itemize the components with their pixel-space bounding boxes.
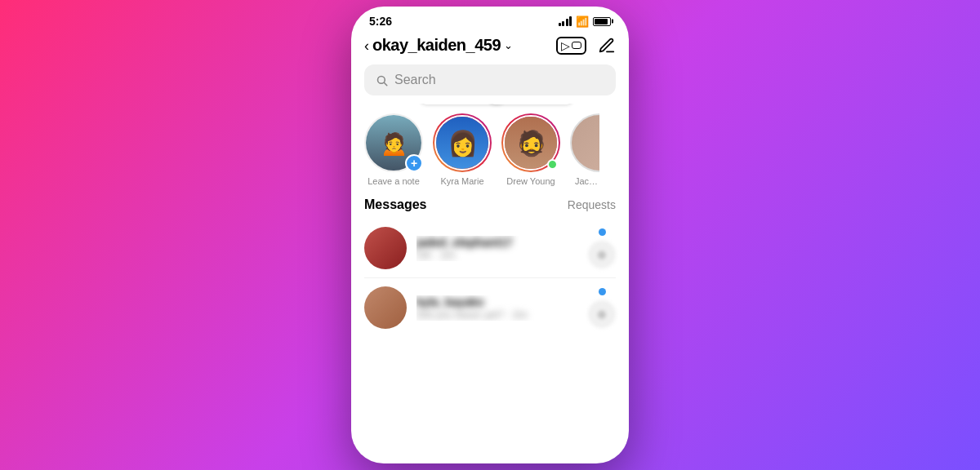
- story-item-jack[interactable]: Ga… w… Jac…: [570, 107, 603, 186]
- message-username: kyla_kayako: [416, 295, 578, 308]
- message-avatar: [364, 227, 407, 269]
- story-label-drew: Drew Young: [506, 176, 555, 186]
- requests-link[interactable]: Requests: [568, 198, 616, 211]
- svg-line-1: [384, 82, 386, 85]
- video-call-button[interactable]: ▷: [556, 37, 586, 55]
- header-right: ▷: [556, 37, 616, 55]
- message-item[interactable]: kyla_kayako Did you leave yet? · 2m ⊕: [351, 278, 629, 337]
- phone-frame: 5:26 📶 ‹ okay_kaiden_459 ⌄ ▷: [351, 7, 629, 463]
- username-container[interactable]: okay_kaiden_459 ⌄: [372, 36, 513, 55]
- story-label-kyra: Kyra Marie: [440, 176, 483, 186]
- message-list: jaded_elephant17 OK · 2m ⊕ kyla_kayako D…: [351, 219, 629, 337]
- messages-title: Messages: [364, 197, 427, 212]
- nav-header: ‹ okay_kaiden_459 ⌄ ▷: [351, 33, 629, 61]
- header-left: ‹ okay_kaiden_459 ⌄: [364, 36, 513, 55]
- kyra-avatar-border: 👩: [433, 113, 492, 172]
- jack-avatar: [570, 113, 603, 172]
- message-preview: OK · 2m: [416, 249, 578, 261]
- unread-indicator: [599, 228, 606, 236]
- message-username: jaded_elephant17: [416, 236, 578, 249]
- unread-indicator: [599, 288, 606, 295]
- search-icon: [376, 74, 388, 86]
- username-label: okay_kaiden_459: [372, 36, 501, 55]
- back-button[interactable]: ‹: [364, 38, 369, 53]
- messages-header: Messages Requests: [351, 194, 629, 219]
- battery-icon: [593, 17, 611, 26]
- search-bar[interactable]: Search: [364, 64, 616, 95]
- story-label-jack: Jac…: [575, 176, 598, 186]
- message-content: jaded_elephant17 OK · 2m: [416, 236, 578, 261]
- message-meta: ⊕: [588, 228, 616, 268]
- status-icons: 📶: [559, 16, 612, 28]
- message-action-button[interactable]: ⊕: [588, 241, 616, 268]
- add-story-button[interactable]: +: [405, 154, 423, 172]
- message-item[interactable]: jaded_elephant17 OK · 2m ⊕: [351, 219, 629, 277]
- dropdown-icon: ⌄: [504, 39, 513, 51]
- stories-row: 🙍 + Leave a note Why is tomorrow Monday!…: [351, 104, 629, 194]
- story-item-drew[interactable]: Finally landing in NYC! ❤️ 🧔 Drew Young: [501, 107, 560, 186]
- message-action-button[interactable]: ⊕: [588, 300, 616, 328]
- signal-bars-icon: [559, 16, 572, 26]
- story-bubble-drew: Finally landing in NYC! ❤️: [488, 104, 574, 104]
- compose-button[interactable]: [598, 37, 616, 55]
- message-content: kyla_kayako Did you leave yet? · 2m: [416, 295, 578, 321]
- messages-section: Messages Requests jaded_elephant17 OK · …: [351, 194, 629, 463]
- wifi-icon: 📶: [576, 16, 589, 28]
- message-preview: Did you leave yet? · 2m: [416, 308, 578, 321]
- story-item-own[interactable]: 🙍 + Leave a note: [364, 107, 423, 186]
- online-indicator: [547, 159, 558, 170]
- status-time: 5:26: [369, 15, 392, 28]
- message-meta: ⊕: [588, 288, 616, 328]
- story-label-own: Leave a note: [368, 176, 420, 186]
- message-avatar: [364, 286, 407, 329]
- search-placeholder: Search: [394, 73, 436, 87]
- status-bar: 5:26 📶: [351, 7, 629, 33]
- story-item-kyra[interactable]: Why is tomorrow Monday!? 😤 👩 Kyra Marie: [433, 107, 492, 186]
